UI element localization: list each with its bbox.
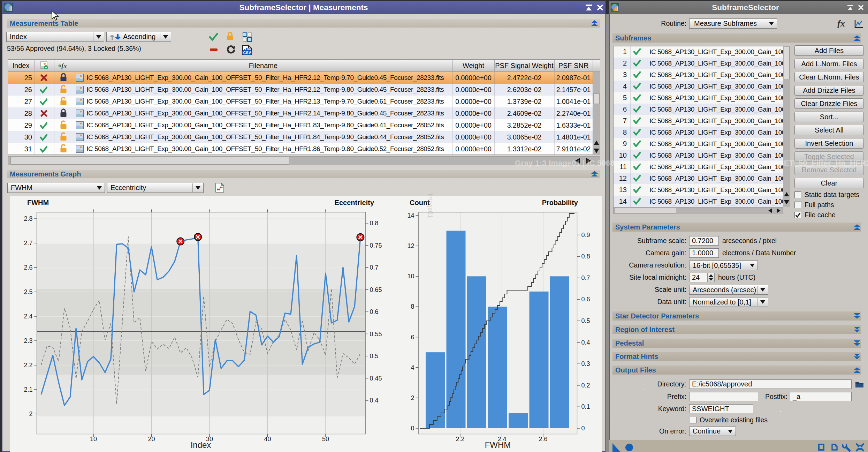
svg-text:2.7: 2.7 [24,240,32,247]
svg-text:2.2: 2.2 [24,362,32,369]
svg-text:6: 6 [411,334,414,341]
svg-text:10: 10 [90,436,97,443]
svg-text:0.7: 0.7 [581,274,590,281]
svg-text:4: 4 [411,364,414,371]
svg-text:0.2: 0.2 [581,382,590,389]
svg-text:0.75: 0.75 [370,242,382,249]
svg-text:50: 50 [322,436,329,443]
svg-text:0.65: 0.65 [370,286,382,293]
svg-text:Index: Index [191,440,211,450]
svg-text:10: 10 [407,273,414,280]
svg-text:0.4: 0.4 [581,339,590,346]
svg-text:20: 20 [148,436,155,443]
svg-text:0.8: 0.8 [581,253,590,260]
svg-text:2.5: 2.5 [24,288,32,295]
svg-text:0.5: 0.5 [370,353,379,360]
svg-text:0: 0 [411,425,414,432]
svg-text:40: 40 [264,436,271,443]
svg-text:2: 2 [411,394,414,401]
svg-text:0: 0 [581,425,585,432]
svg-text:0.6: 0.6 [370,308,379,315]
svg-text:0.4: 0.4 [370,397,379,404]
svg-text:0.7: 0.7 [370,264,379,271]
svg-text:2.4: 2.4 [24,313,32,320]
svg-text:2.6: 2.6 [539,436,547,443]
svg-text:0.1: 0.1 [581,403,590,410]
svg-text:12: 12 [407,242,414,249]
svg-text:0.3: 0.3 [581,360,590,367]
svg-text:8: 8 [411,303,414,310]
svg-text:0.6: 0.6 [581,296,590,303]
svg-text:FWHM: FWHM [485,440,511,450]
svg-text:2.6: 2.6 [24,264,32,271]
svg-text:0.45: 0.45 [370,375,382,382]
svg-text:2: 2 [29,410,32,417]
svg-text:Eccentricity: Eccentricity [335,199,374,206]
svg-text:0.55: 0.55 [370,331,382,338]
svg-text:0.5: 0.5 [581,317,590,324]
svg-text:2.1: 2.1 [24,386,32,393]
svg-text:FWHM: FWHM [27,199,49,206]
svg-text:0.9: 0.9 [581,232,590,239]
svg-text:14: 14 [407,212,414,219]
svg-text:2.8: 2.8 [24,215,32,222]
svg-text:Probability: Probability [542,199,578,206]
svg-text:0.8: 0.8 [370,220,379,227]
svg-text:2.2: 2.2 [456,436,464,443]
svg-text:2.3: 2.3 [24,337,32,344]
